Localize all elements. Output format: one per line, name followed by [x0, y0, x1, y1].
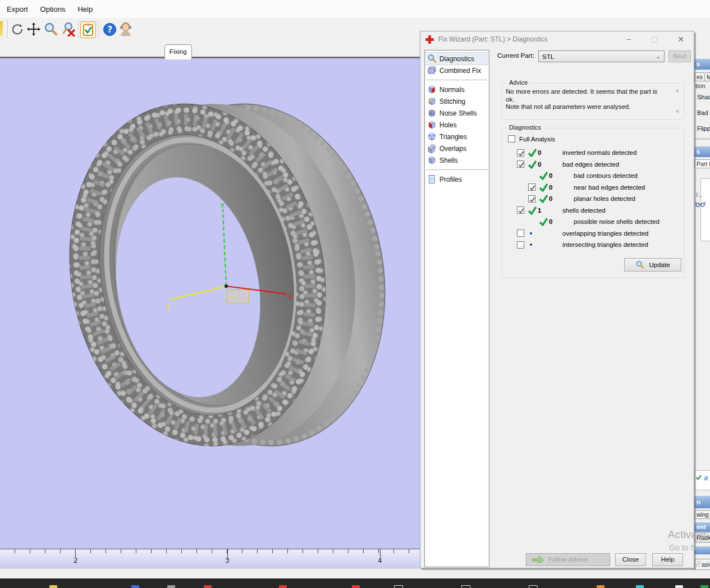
tab-basic[interactable]: asic	[694, 559, 710, 570]
panel-tab[interactable]: Part In	[694, 159, 710, 168]
taskbar-icon[interactable]	[131, 585, 139, 588]
taskbar-icon[interactable]	[529, 585, 538, 588]
sidebar-item-shells[interactable]: Shells	[425, 154, 489, 166]
sidebar-item-holes[interactable]: Holes	[425, 119, 489, 131]
taskbar-icon[interactable]	[279, 585, 287, 588]
diag-row: intersecting triangles detected	[502, 239, 684, 251]
current-part-value: STL	[542, 53, 554, 60]
help-icon[interactable]: ?	[101, 21, 118, 37]
sidebar-item-triangles[interactable]: Triangles	[425, 131, 489, 143]
zoom-remove-icon[interactable]	[61, 21, 77, 37]
sidebar-item-noise-shells[interactable]: Noise Shells	[425, 107, 489, 119]
green-check-icon	[539, 171, 549, 180]
cube-yellow-edge-icon	[427, 97, 437, 106]
diag-row: 0 near bad edges detected	[502, 182, 684, 194]
update-button[interactable]: Update	[624, 258, 681, 272]
sidebar-item-profiles[interactable]: Profiles	[425, 173, 489, 185]
attach-icon[interactable]: a	[704, 474, 708, 482]
next-button[interactable]: Next	[668, 50, 691, 62]
sidebar-item-stitching[interactable]: Stitching	[425, 95, 489, 107]
ruler-label: 2	[74, 557, 78, 564]
magnifier-icon	[635, 260, 644, 269]
maximize-button[interactable]: ▢	[645, 34, 663, 45]
scroll-up-icon[interactable]: ▲	[673, 86, 682, 95]
diag-row: overlapping triangles detected	[502, 228, 684, 240]
close-button[interactable]: Close	[615, 553, 646, 566]
row-checkbox[interactable]	[528, 183, 535, 191]
panel-tab[interactable]: M	[704, 72, 710, 81]
panel-item[interactable]: Flippe	[697, 125, 710, 132]
taskbar-icon[interactable]	[597, 585, 604, 588]
cube-plain-icon	[427, 155, 437, 165]
cube-dots-icon	[427, 108, 437, 118]
green-check-icon	[539, 217, 549, 226]
sidebar-item-diagnostics[interactable]: Diagnostics	[425, 53, 489, 65]
help-button[interactable]: Help	[652, 553, 683, 566]
windows-taskbar	[0, 578, 710, 588]
sidebar-item-label: Combined Fix	[439, 67, 481, 75]
follow-advice-button[interactable]: Follow Advice	[526, 553, 610, 566]
radius-button[interactable]: Radiu	[694, 532, 710, 543]
green-check-icon	[528, 206, 538, 215]
full-analysis-label: Full Analysis	[519, 136, 555, 143]
wizard-page-list: Diagnostics Combined Fix Normals Stitchi…	[424, 50, 489, 567]
sidebar-item-label: Diagnostics	[439, 55, 474, 63]
full-analysis-checkbox[interactable]	[508, 135, 515, 143]
scroll-down-icon[interactable]: ▼	[673, 107, 682, 116]
rotate-icon[interactable]	[9, 21, 26, 37]
fix-wizard-dialog: Fix Wizard (Part: STL) > Diagnostics – ▢…	[420, 31, 694, 568]
taskbar-icon[interactable]	[636, 585, 644, 588]
taskbar-icon[interactable]	[461, 585, 470, 588]
blue-dot-icon	[528, 240, 538, 249]
taskbar-icon[interactable]	[167, 585, 175, 588]
right-panels-clipped: s es M tion Shade Bad E Flippe s Part In…	[694, 40, 710, 578]
sidebar-item-combined-fix[interactable]: Combined Fix	[425, 65, 489, 76]
panel-item[interactable]: Bad E	[697, 109, 710, 116]
pan-icon[interactable]	[25, 21, 42, 37]
menu-help[interactable]: Help	[72, 3, 98, 15]
row-checkbox[interactable]	[517, 229, 524, 237]
panel-tab[interactable]: es	[694, 72, 705, 81]
advice-text: No more errors are detected. It seems th…	[506, 88, 667, 111]
blue-dot-icon	[528, 229, 538, 238]
panel-header: n Pag	[694, 496, 710, 508]
taskbar-icon[interactable]	[675, 585, 683, 588]
sidebar-item-overlaps[interactable]: Overlaps	[425, 143, 489, 154]
panel-item[interactable]: Shade	[697, 94, 710, 100]
assistant-icon[interactable]	[117, 21, 134, 37]
checklist-icon[interactable]	[80, 21, 96, 38]
magnifier-icon	[427, 54, 437, 63]
diagnostics-group-label: Diagnostics	[507, 124, 543, 131]
row-checkbox[interactable]	[528, 195, 535, 203]
diag-row: 0 possible noise shells detected	[502, 216, 684, 228]
minimize-button[interactable]: –	[620, 34, 638, 45]
panel-tab[interactable]: wing	[694, 510, 710, 519]
row-checkbox[interactable]	[517, 241, 524, 249]
taskbar-icon[interactable]	[700, 585, 708, 588]
advice-scrollbar[interactable]: ▲ ▼	[673, 86, 682, 116]
tab-fixing[interactable]: Fixing	[164, 44, 192, 59]
advice-group-label: Advice	[507, 79, 530, 86]
sidebar-item-normals[interactable]: Normals	[425, 84, 489, 95]
row-checkbox[interactable]	[517, 206, 524, 214]
current-part-dropdown[interactable]: STL ⌄	[538, 50, 665, 62]
row-checkbox[interactable]	[517, 149, 524, 157]
sidebar-item-label: Overlaps	[439, 145, 466, 153]
close-window-button[interactable]: ✕	[672, 34, 690, 45]
zoom-icon[interactable]	[42, 21, 59, 37]
ruler-label: 3	[225, 557, 230, 564]
row-checkbox[interactable]	[517, 160, 524, 168]
menu-options[interactable]: Options	[35, 3, 71, 15]
advice-group: Advice No more errors are detected. It s…	[502, 83, 684, 120]
taskbar-icon[interactable]	[394, 585, 403, 588]
taskbar-icon[interactable]	[352, 585, 360, 588]
cube-red-left-icon	[427, 120, 437, 130]
menu-export[interactable]: Export	[1, 3, 34, 15]
taskbar-icon[interactable]	[204, 585, 212, 588]
taskbar-icon[interactable]	[49, 585, 57, 588]
current-part-label: Current Part:	[497, 52, 534, 59]
panel-item: /...	[696, 192, 702, 198]
panel-header: ent P	[694, 522, 710, 532]
green-arrow-icon	[531, 556, 544, 564]
panel-toolbar: a	[694, 470, 710, 490]
